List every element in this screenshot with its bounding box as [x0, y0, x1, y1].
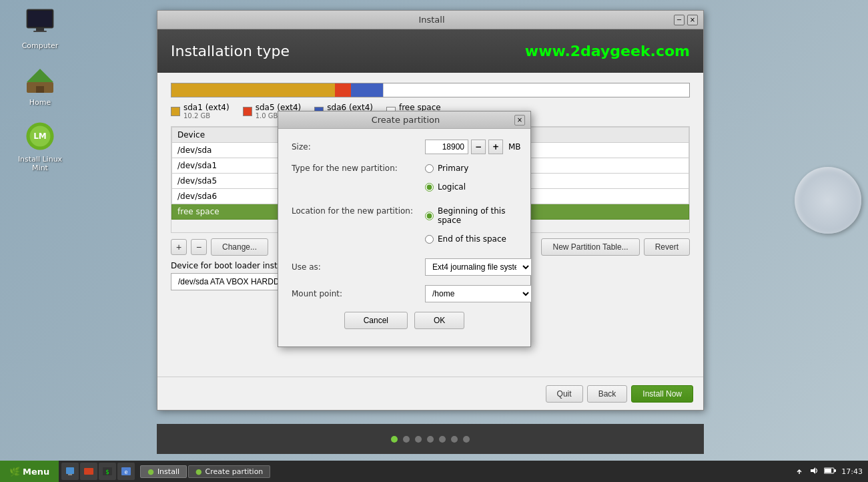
- dialog-close-button[interactable]: ×: [514, 115, 525, 126]
- progress-dot-2: [403, 436, 410, 443]
- location-beginning-text: Beginning of this space: [438, 206, 517, 225]
- install-header-url: www.2daygeek.com: [525, 43, 690, 59]
- partition-type-group: Primary Logical: [425, 164, 468, 197]
- location-end-radio[interactable]: [425, 235, 434, 244]
- desktop-icons: Computer Home LM Install Linux Mint: [13, 7, 67, 172]
- computer-icon[interactable]: Computer: [13, 7, 67, 50]
- svg-rect-10: [66, 467, 74, 474]
- taskbar-app-3[interactable]: $: [99, 463, 116, 480]
- menu-button[interactable]: 🌿 Menu: [0, 461, 59, 482]
- location-end-label[interactable]: End of this space: [425, 234, 517, 244]
- type-primary-radio[interactable]: [425, 164, 434, 173]
- dialog-buttons: Cancel OK: [292, 312, 517, 336]
- taskbar-right: 17:43: [789, 466, 868, 477]
- location-beginning-label[interactable]: Beginning of this space: [425, 206, 517, 225]
- progress-dot-7: [463, 436, 470, 443]
- mount-point-label: Mount point:: [292, 289, 425, 298]
- dialog-cancel-button[interactable]: Cancel: [344, 312, 408, 329]
- svg-rect-12: [84, 468, 93, 475]
- close-button[interactable]: ×: [687, 15, 698, 25]
- svg-rect-1: [28, 11, 52, 27]
- right-decoration: [788, 67, 868, 334]
- computer-label: Computer: [22, 41, 59, 50]
- use-as-label: Use as:: [292, 262, 425, 272]
- location-label: Location for the new partition:: [292, 206, 425, 216]
- partition-bar: [171, 83, 690, 97]
- main-window: Install − × Installation type www.2dayge…: [157, 10, 704, 411]
- battery-icon: [824, 467, 836, 477]
- partition-seg-sda5: [335, 83, 351, 97]
- type-logical-label[interactable]: Logical: [425, 182, 468, 192]
- quit-button[interactable]: Quit: [546, 385, 583, 403]
- mint-installer-icon[interactable]: LM Install Linux Mint: [13, 120, 67, 172]
- taskbar: 🌿 Menu $ e ● Install ● Create: [0, 461, 868, 482]
- progress-dot-6: [451, 436, 458, 443]
- type-primary-label[interactable]: Primary: [425, 164, 468, 173]
- window-controls: − ×: [674, 15, 698, 25]
- svg-rect-11: [68, 474, 72, 475]
- window-bottom: Quit Back Install Now: [157, 377, 703, 410]
- computer-icon-img: [24, 7, 56, 39]
- install-header: Installation type www.2daygeek.com: [157, 29, 703, 73]
- taskbar-windows: ● Install ● Create partition: [137, 465, 789, 478]
- use-as-select[interactable]: Ext4 journaling file system: [425, 258, 532, 276]
- clock: 17:43: [841, 467, 863, 476]
- back-button[interactable]: Back: [587, 385, 628, 403]
- taskbar-install-label: Install: [157, 467, 179, 476]
- home-icon[interactable]: Home: [13, 63, 67, 107]
- taskbar-install-icon: ●: [147, 467, 154, 476]
- svg-rect-6: [36, 86, 44, 93]
- type-primary-text: Primary: [438, 164, 468, 173]
- menu-icon: 🌿: [9, 467, 20, 477]
- revert-button[interactable]: Revert: [644, 238, 690, 256]
- legend-sda1: sda1 (ext4) 10.2 GB: [171, 103, 230, 119]
- taskbar-app-1[interactable]: [61, 463, 79, 480]
- size-increase-button[interactable]: +: [488, 140, 503, 154]
- mint-label: Install Linux Mint: [13, 155, 67, 172]
- location-beginning-radio[interactable]: [425, 212, 434, 220]
- size-label: Size:: [292, 142, 425, 152]
- progress-dot-1: [391, 436, 398, 443]
- svg-rect-2: [36, 28, 44, 31]
- taskbar-install-window[interactable]: ● Install: [140, 465, 187, 478]
- type-logical-radio[interactable]: [425, 183, 434, 192]
- install-now-button[interactable]: Install Now: [631, 385, 693, 403]
- minimize-button[interactable]: −: [674, 15, 685, 25]
- partition-seg-sda1: [171, 83, 335, 97]
- size-decrease-button[interactable]: −: [471, 140, 486, 154]
- new-partition-table-button[interactable]: New Partition Table...: [541, 238, 639, 256]
- taskbar-create-partition-window[interactable]: ● Create partition: [188, 465, 270, 478]
- legend-label-sda1: sda1 (ext4): [183, 103, 230, 112]
- progress-dot-5: [439, 436, 446, 443]
- legend-color-sda5: [243, 107, 252, 116]
- main-action-buttons: Quit Back Install Now: [546, 385, 693, 403]
- mint-icon-img: LM: [24, 120, 56, 152]
- dialog-ok-button[interactable]: OK: [414, 312, 464, 329]
- taskbar-app-2[interactable]: [80, 463, 97, 480]
- taskbar-app-4[interactable]: e: [117, 463, 135, 480]
- home-label: Home: [29, 98, 51, 107]
- type-logical-text: Logical: [438, 182, 466, 192]
- install-header-title: Installation type: [171, 43, 290, 59]
- change-button[interactable]: Change...: [211, 238, 268, 256]
- svg-rect-3: [33, 31, 47, 32]
- create-partition-dialog: Create partition × Size: − + MB Type for: [278, 111, 531, 347]
- type-row: Type for the new partition: Primary Logi…: [292, 164, 517, 197]
- location-group: Beginning of this space End of this spac…: [425, 206, 517, 249]
- size-input[interactable]: [425, 140, 468, 154]
- taskbar-create-label: Create partition: [205, 467, 264, 476]
- svg-rect-19: [825, 469, 831, 473]
- window-title: Install: [189, 15, 674, 25]
- location-row: Location for the new partition: Beginnin…: [292, 206, 517, 249]
- taskbar-apps: $ e: [59, 463, 137, 480]
- taskbar-create-icon: ●: [195, 467, 202, 476]
- svg-text:LM: LM: [33, 132, 47, 141]
- mount-point-select[interactable]: /home: [425, 285, 532, 302]
- dialog-content: Size: − + MB Type for the new partition:: [278, 129, 530, 346]
- volume-icon: [809, 466, 819, 477]
- progress-dots: [157, 424, 704, 454]
- remove-partition-button[interactable]: −: [191, 239, 207, 255]
- add-partition-button[interactable]: +: [171, 239, 187, 255]
- progress-dot-3: [415, 436, 422, 443]
- size-row: Size: − + MB: [292, 140, 517, 154]
